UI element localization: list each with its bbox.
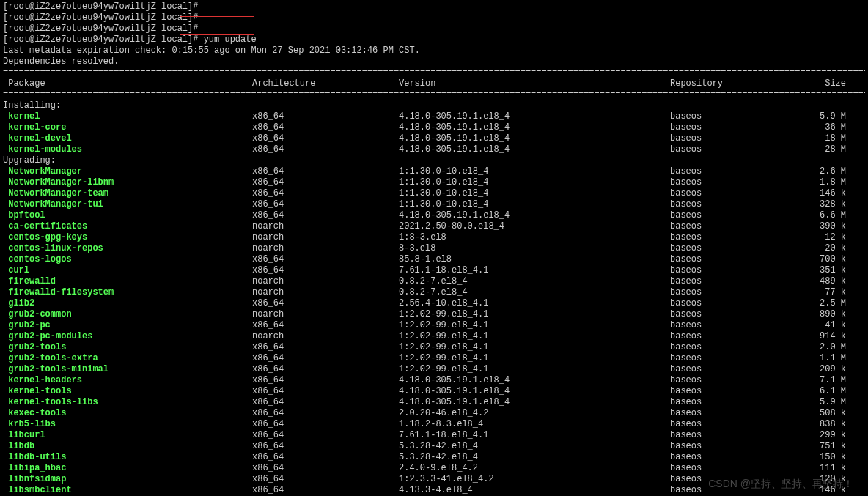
cell-repo: baseos xyxy=(670,166,802,177)
cell-version: 4.18.0-305.19.1.el8_4 xyxy=(399,133,670,144)
cell-repo: baseos xyxy=(670,485,802,496)
cell-package: kexec-tools xyxy=(3,408,252,419)
cell-size: 146 k xyxy=(802,188,846,199)
table-row: firewalld-filesystemnoarch0.8.2-7.el8_4b… xyxy=(3,287,865,298)
cell-repo: baseos xyxy=(670,386,802,397)
table-row: firewalldnoarch0.8.2-7.el8_4baseos489 k xyxy=(3,276,865,287)
table-row: NetworkManager-teamx86_641:1.30.0-10.el8… xyxy=(3,188,865,199)
cell-repo: baseos xyxy=(670,287,802,298)
cell-arch: x86_64 xyxy=(252,452,399,463)
cell-repo: baseos xyxy=(670,298,802,309)
cell-repo: baseos xyxy=(670,452,802,463)
cell-version: 1:1.30.0-10.el8_4 xyxy=(399,177,670,188)
cell-package: libdb-utils xyxy=(3,452,252,463)
table-row: libcurlx86_647.61.1-18.el8_4.1baseos299 … xyxy=(3,430,865,441)
cell-package: kernel-tools-libs xyxy=(3,397,252,408)
table-row: libdbx86_645.3.28-42.el8_4baseos751 k xyxy=(3,441,865,452)
cell-package: glib2 xyxy=(3,298,252,309)
cell-repo: baseos xyxy=(670,243,802,254)
table-row: curlx86_647.61.1-18.el8_4.1baseos351 k xyxy=(3,265,865,276)
cell-arch: x86_64 xyxy=(252,133,399,144)
cell-package: NetworkManager xyxy=(3,166,252,177)
cell-package: bpftool xyxy=(3,210,252,221)
cell-size: 838 k xyxy=(802,419,846,430)
cell-arch: x86_64 xyxy=(252,122,399,133)
col-size: Size xyxy=(802,78,846,89)
cell-package: ca-certificates xyxy=(3,221,252,232)
cell-repo: baseos xyxy=(670,474,802,485)
cell-arch: x86_64 xyxy=(252,463,399,474)
cell-arch: x86_64 xyxy=(252,210,399,221)
cell-version: 4.18.0-305.19.1.el8_4 xyxy=(399,111,670,122)
cell-repo: baseos xyxy=(670,188,802,199)
terminal-line: Dependencies resolved. xyxy=(3,56,865,67)
cell-size: 111 k xyxy=(802,463,846,474)
cell-size: 12 k xyxy=(802,232,846,243)
cell-repo: baseos xyxy=(670,375,802,386)
cell-arch: x86_64 xyxy=(252,144,399,155)
cell-version: 4.18.0-305.19.1.el8_4 xyxy=(399,375,670,386)
table-row: centos-logosx86_6485.8-1.el8baseos700 k xyxy=(3,254,865,265)
table-row: kernelx86_644.18.0-305.19.1.el8_4baseos5… xyxy=(3,111,865,122)
cell-size: 5.9 M xyxy=(802,111,846,122)
cell-repo: baseos xyxy=(670,265,802,276)
cell-size: 6.1 M xyxy=(802,386,846,397)
cell-repo: baseos xyxy=(670,397,802,408)
terminal-output: [root@iZ2ze7otueu94yw7owiltjZ local]#[ro… xyxy=(3,1,865,496)
cell-package: libsmbclient xyxy=(3,485,252,496)
table-row: libipa_hbacx86_642.4.0-9.el8_4.2baseos11… xyxy=(3,463,865,474)
table-row: grub2-pc-modulesnoarch1:2.02-99.el8_4.1b… xyxy=(3,331,865,342)
table-row: kernel-toolsx86_644.18.0-305.19.1.el8_4b… xyxy=(3,386,865,397)
cell-arch: x86_64 xyxy=(252,342,399,353)
table-row: kernel-headersx86_644.18.0-305.19.1.el8_… xyxy=(3,375,865,386)
cell-repo: baseos xyxy=(670,144,802,155)
table-row: grub2-commonnoarch1:2.02-99.el8_4.1baseo… xyxy=(3,309,865,320)
cell-version: 1:2.02-99.el8_4.1 xyxy=(399,320,670,331)
cell-package: NetworkManager-team xyxy=(3,188,252,199)
cell-package: grub2-tools-extra xyxy=(3,353,252,364)
cell-version: 7.61.1-18.el8_4.1 xyxy=(399,265,670,276)
cell-arch: x86_64 xyxy=(252,408,399,419)
table-row: kernel-corex86_644.18.0-305.19.1.el8_4ba… xyxy=(3,122,865,133)
cell-repo: baseos xyxy=(670,309,802,320)
cell-size: 751 k xyxy=(802,441,846,452)
cell-package: firewalld xyxy=(3,276,252,287)
cell-repo: baseos xyxy=(670,430,802,441)
cell-size: 20 k xyxy=(802,243,846,254)
cell-repo: baseos xyxy=(670,254,802,265)
cell-arch: noarch xyxy=(252,243,399,254)
table-row: glib2x86_642.56.4-10.el8_4.1baseos2.5 M xyxy=(3,298,865,309)
cell-version: 4.13.3-4.el8_4 xyxy=(399,485,670,496)
cell-size: 351 k xyxy=(802,265,846,276)
cell-size: 328 k xyxy=(802,199,846,210)
cell-version: 1:2.02-99.el8_4.1 xyxy=(399,364,670,375)
cell-arch: x86_64 xyxy=(252,353,399,364)
cell-size: 1.1 M xyxy=(802,353,846,364)
cell-size: 150 k xyxy=(802,452,846,463)
cell-version: 0.8.2-7.el8_4 xyxy=(399,276,670,287)
cell-package: centos-gpg-keys xyxy=(3,232,252,243)
section-label: Installing: xyxy=(3,100,865,111)
col-package: Package xyxy=(3,78,252,89)
cell-version: 1:2.02-99.el8_4.1 xyxy=(399,331,670,342)
table-row: bpftoolx86_644.18.0-305.19.1.el8_4baseos… xyxy=(3,210,865,221)
cell-size: 2.5 M xyxy=(802,298,846,309)
cell-version: 8-3.el8 xyxy=(399,243,670,254)
cell-size: 914 k xyxy=(802,331,846,342)
col-arch: Architecture xyxy=(252,78,399,89)
cell-repo: baseos xyxy=(670,342,802,353)
cell-package: grub2-common xyxy=(3,309,252,320)
terminal-line: ========================================… xyxy=(3,89,865,100)
cell-package: krb5-libs xyxy=(3,419,252,430)
cell-version: 1.18.2-8.3.el8_4 xyxy=(399,419,670,430)
table-row: centos-linux-reposnoarch8-3.el8baseos20 … xyxy=(3,243,865,254)
cell-package: firewalld-filesystem xyxy=(3,287,252,298)
cell-size: 2.0 M xyxy=(802,342,846,353)
cell-version: 1:2.02-99.el8_4.1 xyxy=(399,353,670,364)
cell-package: kernel-headers xyxy=(3,375,252,386)
cell-arch: x86_64 xyxy=(252,485,399,496)
table-row: kexec-toolsx86_642.0.20-46.el8_4.2baseos… xyxy=(3,408,865,419)
cell-size: 28 M xyxy=(802,144,846,155)
table-row: kernel-tools-libsx86_644.18.0-305.19.1.e… xyxy=(3,397,865,408)
cell-version: 5.3.28-42.el8_4 xyxy=(399,452,670,463)
